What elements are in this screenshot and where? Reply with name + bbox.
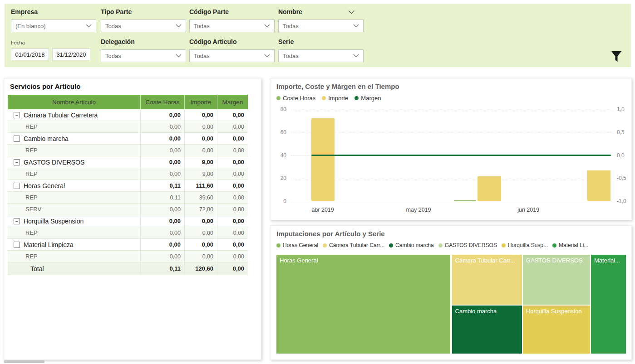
horizontal-scrollbar-thumb[interactable] <box>4 360 44 363</box>
slicer-collapse-chevron-icon[interactable] <box>348 10 354 14</box>
margen-line[interactable] <box>311 155 611 156</box>
collapse-icon[interactable]: − <box>14 159 20 165</box>
legend-dot <box>323 243 327 248</box>
cell-value: 0,00 <box>184 121 217 132</box>
row-label-cell: REP <box>8 251 140 262</box>
collapse-icon[interactable]: − <box>14 218 20 224</box>
cell-value: 0,00 <box>217 204 248 215</box>
column-header[interactable]: Coste Horas <box>140 95 184 109</box>
cell-value: 0,00 <box>217 156 248 168</box>
cell-value: 0,00 <box>217 239 248 250</box>
table-row[interactable]: REP0,000,000,00 <box>8 251 248 262</box>
cell-value: 0,00 <box>217 251 248 262</box>
row-label: Cambio marcha <box>24 135 69 142</box>
table-row[interactable]: −Cambio marcha0,000,000,00 <box>8 133 248 145</box>
bar-importe[interactable] <box>587 170 611 202</box>
cell-value: 0,00 <box>140 239 184 250</box>
table-row[interactable]: REP0,000,000,00 <box>8 121 248 133</box>
legend-item[interactable]: Coste Horas <box>276 95 315 102</box>
cell-value: 0,00 <box>140 227 184 238</box>
table-row[interactable]: REP0,009,000,00 <box>8 168 248 180</box>
treemap-block[interactable]: Material... <box>591 255 626 354</box>
table-row[interactable]: −GASTOS DIVERSOS0,009,000,00 <box>8 156 248 168</box>
table-title: Servicios por Artículo <box>4 78 261 90</box>
treemap-block[interactable]: Cámara Tubular Carr... <box>452 255 522 305</box>
cell-value: 0,00 <box>184 251 217 262</box>
legend-item[interactable]: Cámara Tubular Carr... <box>323 242 384 248</box>
collapse-icon[interactable]: − <box>14 242 20 248</box>
chevron-down-icon <box>176 24 182 28</box>
row-label-cell: REP <box>8 192 140 203</box>
dropdown-value: Todas <box>194 23 210 29</box>
treemap-block[interactable]: GASTOS DIVERSOS <box>523 255 590 305</box>
empresa-dropdown[interactable]: (En blanco) <box>11 19 96 32</box>
nombre-dropdown[interactable]: Todas <box>278 19 364 32</box>
treemap-block[interactable]: Horquilla Suspension <box>523 306 590 354</box>
servicios-matrix: Nombre ArticuloCoste HorasImporteMargen−… <box>8 95 248 275</box>
legend-item[interactable]: Margen <box>354 95 381 102</box>
slicer-label: Código Parte <box>189 8 275 15</box>
table-row[interactable]: SERV0,0072,000,00 <box>8 204 248 215</box>
treemap-block[interactable]: Horas General <box>276 255 450 354</box>
legend-label: Importe <box>328 95 348 102</box>
column-header[interactable]: Margen <box>217 95 248 109</box>
column-header[interactable]: Importe <box>184 95 217 109</box>
legend-item[interactable]: Cambio marcha <box>389 242 434 248</box>
slicer-empresa: Empresa (En blanco) <box>11 8 96 32</box>
fecha-end-input[interactable]: 31/12/2020 <box>52 49 90 60</box>
bar-importe[interactable] <box>477 176 501 201</box>
table-row[interactable]: REP0,000,000,00 <box>8 145 248 156</box>
row-label-cell: −Material Limpieza <box>8 239 140 250</box>
table-row[interactable]: −Material Limpieza0,000,000,00 <box>8 239 248 251</box>
legend-item[interactable]: Horquilla Susp... <box>502 242 548 248</box>
cell-value: 0,00 <box>217 145 248 156</box>
table-row[interactable]: REP0,000,000,00 <box>8 227 248 239</box>
cell-value: 0,00 <box>140 109 184 121</box>
tipo-parte-dropdown[interactable]: Todas <box>101 19 186 32</box>
treemap-block-label: Horquilla Suspension <box>523 306 590 317</box>
table-row[interactable]: −Horas General0,11111,600,00 <box>8 180 248 192</box>
treemap-plot: Horas GeneralCámara Tubular Carr...GASTO… <box>276 255 626 354</box>
collapse-icon[interactable]: − <box>14 112 20 118</box>
row-label: REP <box>13 170 38 177</box>
codigo-articulo-dropdown[interactable]: Todas <box>189 49 275 62</box>
treemap-block[interactable]: Cambio marcha <box>452 306 522 354</box>
bar-importe[interactable] <box>311 118 335 201</box>
legend-item[interactable]: Horas General <box>276 242 318 248</box>
legend-dot <box>276 243 281 248</box>
table-row[interactable]: −Horquilla Suspension0,000,000,00 <box>8 215 248 227</box>
table-row[interactable]: REP0,1139,600,00 <box>8 192 248 204</box>
serie-dropdown[interactable]: Todas <box>278 49 364 62</box>
legend-item[interactable]: Material Li... <box>552 242 588 248</box>
cell-value: 0,00 <box>217 168 248 180</box>
row-label-cell: REP <box>8 121 140 132</box>
row-label-cell: −Cámara Tubular Carretera <box>8 109 140 121</box>
legend-dot <box>552 243 556 248</box>
cell-value: 0,00 <box>217 133 248 144</box>
legend-item[interactable]: GASTOS DIVERSOS <box>438 242 497 248</box>
table-header-row: Nombre ArticuloCoste HorasImporteMargen <box>8 95 248 109</box>
row-label-cell: REP <box>8 168 140 180</box>
codigo-parte-dropdown[interactable]: Todas <box>189 19 275 32</box>
table-row[interactable]: Total0,11120,600,00 <box>8 262 248 275</box>
cell-value: 0,00 <box>140 121 184 132</box>
table-row[interactable]: −Cámara Tubular Carretera0,000,000,00 <box>8 109 248 121</box>
fecha-start-input[interactable]: 01/01/2018 <box>11 49 49 60</box>
servicios-table-card: Servicios por Artículo Nombre ArticuloCo… <box>4 78 261 360</box>
filter-funnel-icon[interactable] <box>611 51 622 63</box>
legend-label: Margen <box>361 95 381 102</box>
column-header[interactable]: Nombre Articulo <box>8 95 140 109</box>
cell-value: 0,00 <box>140 133 184 144</box>
chevron-down-icon <box>353 24 359 28</box>
delegacion-dropdown[interactable]: Todas <box>101 49 186 62</box>
chevron-down-icon <box>86 24 92 28</box>
collapse-icon[interactable]: − <box>14 136 20 142</box>
filter-panel: Empresa (En blanco) Tipo Parte Todas Cód… <box>5 4 631 67</box>
chevron-down-icon <box>264 54 270 58</box>
legend-item[interactable]: Importe <box>322 95 348 102</box>
bar-coste-horas[interactable] <box>454 200 476 201</box>
slicer-codigo-articulo: Código Articulo Todas <box>189 38 275 62</box>
cell-value: 0,11 <box>140 180 184 191</box>
collapse-icon[interactable]: − <box>14 183 20 189</box>
treemap-block-label: Cámara Tubular Carr... <box>452 255 522 266</box>
